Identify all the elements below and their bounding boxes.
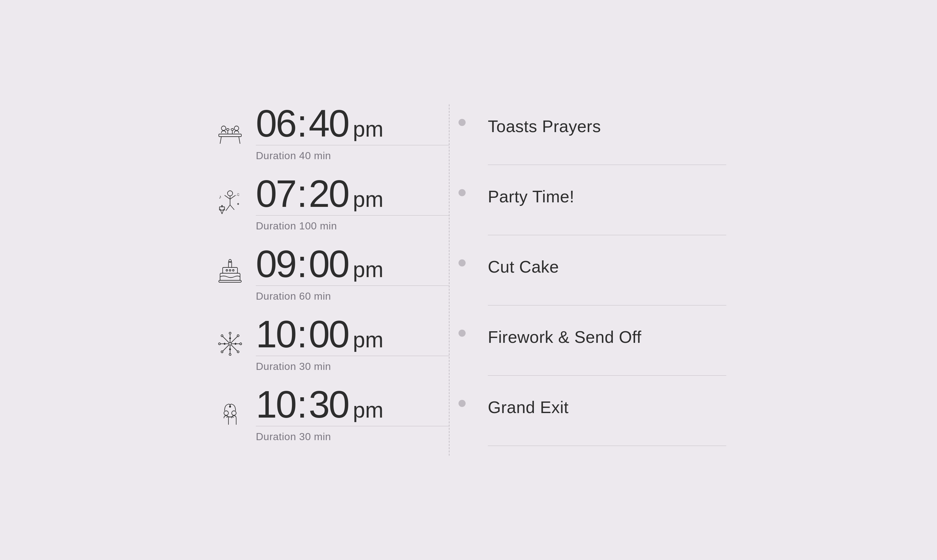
time-ampm-party-time: pm bbox=[353, 186, 383, 212]
event-left-cut-cake: 09 : 00 pm Duration 60 min bbox=[211, 245, 449, 302]
svg-text:♫: ♫ bbox=[236, 192, 240, 197]
time-underline-toasts-prayers bbox=[256, 145, 449, 145]
firework-icon bbox=[211, 325, 249, 363]
time-value-grand-exit: 10 bbox=[256, 385, 295, 423]
svg-point-20 bbox=[229, 259, 231, 263]
event-left-party-time: ♪ ♫ 07 : 20 pm bbox=[211, 175, 449, 232]
event-underline-party-time bbox=[488, 235, 726, 235]
time-minutes-party-time: 20 bbox=[309, 175, 348, 213]
time-ampm-cut-cake: pm bbox=[353, 257, 383, 282]
time-underline-party-time bbox=[256, 215, 449, 215]
cake-icon-svg bbox=[215, 259, 245, 288]
svg-point-26 bbox=[232, 269, 234, 271]
event-right-grand-exit: Grand Exit bbox=[475, 385, 726, 446]
event-right-firework: Firework & Send Off bbox=[475, 315, 726, 376]
time-display-toasts-prayers: 06 : 40 pm bbox=[256, 105, 449, 142]
event-underline-toasts-prayers bbox=[488, 165, 726, 165]
event-row-toasts-prayers: 06 : 40 pm Duration 40 min Toasts Prayer… bbox=[211, 105, 726, 175]
time-block-cut-cake: 09 : 00 pm Duration 60 min bbox=[256, 245, 449, 302]
dot-grand-exit bbox=[449, 385, 475, 407]
time-display-party-time: 07 : 20 pm bbox=[256, 175, 449, 213]
svg-point-49 bbox=[232, 411, 236, 415]
svg-point-25 bbox=[229, 269, 231, 271]
grand-exit-icon bbox=[211, 395, 249, 433]
time-minutes-grand-exit: 30 bbox=[309, 385, 348, 423]
timeline: 06 : 40 pm Duration 40 min Toasts Prayer… bbox=[211, 105, 726, 456]
svg-point-40 bbox=[221, 335, 223, 337]
event-left-toasts-prayers: 06 : 40 pm Duration 40 min bbox=[211, 105, 449, 162]
duration-grand-exit: Duration 30 min bbox=[256, 431, 449, 443]
svg-rect-0 bbox=[219, 134, 242, 137]
time-display-firework: 10 : 00 pm bbox=[256, 315, 449, 353]
time-display-grand-exit: 10 : 30 pm bbox=[256, 385, 449, 423]
event-underline-grand-exit bbox=[488, 446, 726, 446]
time-minutes-cut-cake: 00 bbox=[309, 245, 348, 283]
toasts-icon-svg bbox=[215, 118, 245, 148]
event-right-cut-cake: Cut Cake bbox=[475, 245, 726, 305]
time-block-party-time: 07 : 20 pm Duration 100 min bbox=[256, 175, 449, 232]
event-right-toasts-prayers: Toasts Prayers bbox=[475, 105, 726, 165]
event-name-grand-exit: Grand Exit bbox=[488, 398, 569, 417]
time-ampm-toasts-prayers: pm bbox=[353, 116, 383, 142]
svg-line-17 bbox=[222, 209, 224, 214]
dot-marker-cut-cake bbox=[458, 259, 466, 266]
event-left-firework: 10 : 00 pm Duration 30 min bbox=[211, 315, 449, 372]
event-underline-firework bbox=[488, 375, 726, 376]
svg-point-42 bbox=[237, 335, 239, 337]
svg-rect-22 bbox=[220, 273, 240, 280]
dot-toasts-prayers bbox=[449, 105, 475, 126]
svg-point-4 bbox=[234, 126, 239, 131]
svg-line-34 bbox=[231, 336, 237, 343]
duration-firework: Duration 30 min bbox=[256, 360, 449, 372]
event-row-cut-cake: 09 : 00 pm Duration 60 min Cut Cake bbox=[211, 245, 726, 315]
svg-point-41 bbox=[237, 351, 239, 353]
event-row-party-time: ♪ ♫ 07 : 20 pm bbox=[211, 175, 726, 245]
time-minutes-toasts-prayers: 40 bbox=[309, 105, 348, 142]
dot-cut-cake bbox=[449, 245, 475, 266]
party-icon-svg: ♪ ♫ bbox=[215, 189, 245, 218]
party-time-icon: ♪ ♫ bbox=[211, 184, 249, 223]
duration-toasts-prayers: Duration 40 min bbox=[256, 150, 449, 162]
time-value-toasts-prayers: 06 bbox=[256, 105, 295, 142]
toasts-prayers-icon bbox=[211, 114, 249, 152]
time-underline-firework bbox=[256, 356, 449, 356]
svg-point-50 bbox=[229, 406, 231, 408]
duration-party-time: Duration 100 min bbox=[256, 220, 449, 232]
cut-cake-icon bbox=[211, 254, 249, 293]
svg-line-1 bbox=[220, 137, 222, 144]
svg-point-24 bbox=[226, 269, 228, 271]
dot-marker-toasts-prayers bbox=[458, 119, 466, 126]
dot-marker-firework bbox=[458, 329, 466, 337]
svg-line-16 bbox=[220, 209, 222, 214]
time-block-firework: 10 : 00 pm Duration 30 min bbox=[256, 315, 449, 372]
svg-point-48 bbox=[224, 411, 228, 415]
event-row-firework: 10 : 00 pm Duration 30 min Firework & Se… bbox=[211, 315, 726, 385]
dot-marker-party-time bbox=[458, 189, 466, 196]
svg-point-8 bbox=[231, 129, 234, 131]
time-ampm-firework: pm bbox=[353, 327, 383, 352]
time-underline-grand-exit bbox=[256, 426, 449, 426]
time-value-party-time: 07 bbox=[256, 175, 295, 213]
time-minutes-firework: 00 bbox=[309, 315, 348, 353]
svg-line-32 bbox=[223, 336, 229, 343]
time-ampm-grand-exit: pm bbox=[353, 397, 383, 422]
exit-icon-svg bbox=[215, 400, 245, 429]
dot-party-time bbox=[449, 175, 475, 196]
svg-point-6 bbox=[226, 129, 229, 131]
event-name-cut-cake: Cut Cake bbox=[488, 257, 559, 276]
time-block-grand-exit: 10 : 30 pm Duration 30 min bbox=[256, 385, 449, 443]
event-left-grand-exit: 10 : 30 pm Duration 30 min bbox=[211, 385, 449, 443]
svg-point-27 bbox=[229, 343, 231, 345]
svg-point-43 bbox=[221, 351, 223, 353]
svg-rect-21 bbox=[223, 268, 237, 273]
firework-icon-svg bbox=[215, 329, 245, 358]
svg-text:♪: ♪ bbox=[219, 194, 222, 200]
svg-line-33 bbox=[231, 345, 237, 351]
svg-rect-23 bbox=[219, 280, 242, 282]
svg-point-3 bbox=[222, 126, 226, 131]
event-name-firework: Firework & Send Off bbox=[488, 328, 642, 346]
event-right-party-time: Party Time! bbox=[475, 175, 726, 235]
svg-line-2 bbox=[239, 137, 240, 144]
duration-cut-cake: Duration 60 min bbox=[256, 290, 449, 302]
dot-firework bbox=[449, 315, 475, 337]
